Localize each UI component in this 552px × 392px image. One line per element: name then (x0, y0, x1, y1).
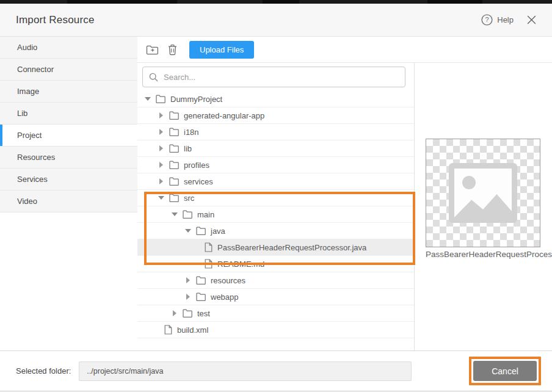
folder-icon (156, 95, 165, 103)
file-tree-panel: DummyProjectgenerated-angular-appi18nlib… (137, 63, 415, 350)
selected-folder-input[interactable] (79, 361, 412, 381)
chevron-right-icon[interactable] (158, 145, 164, 151)
tree-row[interactable]: profiles (137, 157, 414, 173)
triangle-glyph (159, 112, 163, 118)
tree-item-label: src (184, 194, 194, 203)
tree-item-label: i18n (184, 128, 199, 137)
folder-icon (196, 292, 206, 301)
chevron-down-icon[interactable] (145, 97, 151, 101)
tree-item-label: test (197, 309, 210, 318)
folder-icon (169, 177, 179, 186)
chevron-down-icon[interactable] (185, 229, 191, 233)
folder-icon (169, 161, 179, 169)
search-box (142, 67, 405, 87)
search-input[interactable] (164, 73, 399, 82)
tree-row[interactable]: services (137, 173, 414, 190)
tree-row[interactable]: java (137, 223, 414, 239)
dialog-content: AudioConnectorImageLibProjectResourcesSe… (0, 37, 552, 350)
preview-panel: PassBearerHeaderRequestProcess (415, 63, 552, 350)
chevron-right-icon[interactable] (185, 277, 191, 283)
sidebar-item-video[interactable]: Video (0, 191, 137, 212)
folder-icon (196, 276, 206, 285)
tree-row[interactable]: i18n (137, 124, 414, 140)
tree-item-label: README.md (217, 260, 264, 269)
tree-item-label: PassBearerHeaderRequestProcessor.java (217, 243, 366, 252)
main-area: Upload Files (137, 37, 552, 350)
triangle-glyph (186, 277, 190, 283)
chevron-down-icon[interactable] (172, 212, 178, 216)
upload-files-button[interactable]: Upload Files (189, 41, 254, 59)
chevron-right-icon[interactable] (158, 178, 164, 184)
image-placeholder-icon (449, 163, 517, 223)
browser-row: DummyProjectgenerated-angular-appi18nlib… (137, 63, 552, 350)
triangle-glyph (185, 229, 191, 233)
tree-item-label: profiles (184, 161, 209, 170)
selected-folder-label: Selected folder: (16, 366, 71, 376)
triangle-glyph (186, 294, 190, 300)
folder-icon (196, 227, 206, 235)
tree-row[interactable]: webapp (137, 289, 414, 305)
tree-item-label: resources (211, 276, 245, 285)
chevron-down-icon[interactable] (158, 196, 164, 200)
dialog-footer: Selected folder: Cancel (0, 350, 552, 391)
tree-row[interactable]: src (137, 190, 414, 206)
chevron-right-icon[interactable] (158, 112, 164, 118)
sidebar-item-connector[interactable]: Connector (0, 59, 137, 81)
tree-row[interactable]: DummyProject (137, 91, 414, 107)
close-icon (527, 15, 536, 24)
tree-row[interactable]: test (137, 305, 414, 322)
chevron-right-icon[interactable] (158, 129, 164, 135)
import-resource-dialog: Import Resource ? Help A (0, 4, 552, 391)
preview-caption: PassBearerHeaderRequestProcess (426, 250, 552, 259)
triangle-glyph (158, 196, 164, 200)
tree-item-label: lib (184, 144, 192, 153)
tree-row[interactable]: build.xml (137, 322, 414, 338)
triangle-glyph (159, 129, 163, 135)
delete-button[interactable] (164, 41, 181, 58)
sidebar-item-lib[interactable]: Lib (0, 103, 137, 125)
placeholder-mountains (454, 189, 512, 217)
help-icon: ? (481, 14, 493, 26)
search-icon (149, 73, 158, 82)
folder-icon (169, 194, 179, 202)
tree-item-label: services (184, 177, 213, 186)
sidebar-item-image[interactable]: Image (0, 81, 137, 103)
search-wrap (137, 63, 414, 91)
tree-item-label: main (197, 210, 214, 219)
cancel-button[interactable]: Cancel (473, 361, 537, 381)
sidebar-item-resources[interactable]: Resources (0, 147, 137, 169)
close-button[interactable] (527, 15, 536, 24)
chevron-right-icon[interactable] (158, 162, 164, 168)
folder-icon (183, 210, 192, 219)
image-preview (426, 139, 540, 247)
tree-row[interactable]: generated-angular-app (137, 107, 414, 124)
folder-icon (169, 128, 179, 136)
sidebar-item-services[interactable]: Services (0, 169, 137, 191)
placeholder-sun (462, 176, 476, 189)
tree-row[interactable]: resources (137, 272, 414, 289)
new-folder-icon (146, 45, 159, 55)
file-icon (205, 242, 212, 252)
tree-row[interactable]: PassBearerHeaderRequestProcessor.java (137, 239, 414, 256)
tree-row[interactable]: README.md (137, 256, 414, 272)
sidebar: AudioConnectorImageLibProjectResourcesSe… (0, 37, 137, 350)
file-icon (205, 259, 212, 269)
tree-item-label: generated-angular-app (184, 111, 264, 120)
dialog-title: Import Resource (16, 14, 95, 26)
tree-item-label: webapp (211, 292, 239, 302)
triangle-glyph (159, 145, 163, 151)
triangle-glyph (145, 97, 151, 101)
help-button[interactable]: ? Help (481, 14, 514, 26)
triangle-glyph (159, 162, 163, 168)
new-folder-button[interactable] (143, 41, 161, 58)
sidebar-item-audio[interactable]: Audio (0, 37, 137, 59)
tree-row[interactable]: lib (137, 140, 414, 157)
svg-text:?: ? (485, 16, 489, 23)
chevron-right-icon[interactable] (185, 294, 191, 300)
folder-icon (169, 111, 179, 120)
chevron-right-icon[interactable] (172, 310, 178, 316)
sidebar-item-project[interactable]: Project (0, 125, 137, 147)
tree-item-label: build.xml (177, 325, 208, 335)
tree-row[interactable]: main (137, 206, 414, 223)
help-label: Help (497, 15, 514, 24)
